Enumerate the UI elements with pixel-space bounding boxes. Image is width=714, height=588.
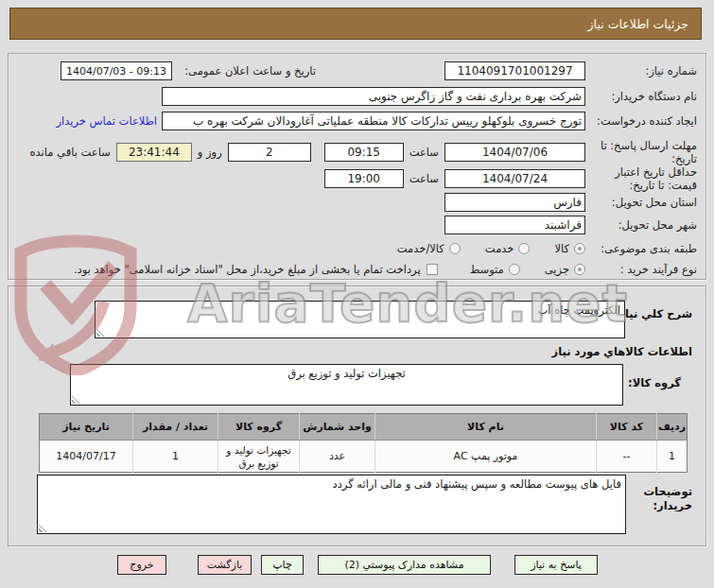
back-button[interactable]: بازگشت [198, 555, 252, 575]
col-item-name: نام کالا [375, 414, 597, 441]
request-creator-label: ایجاد کننده درخواست: [585, 114, 697, 128]
general-description-textarea[interactable]: الکتروپمپ چاه آب [95, 301, 625, 338]
cell-row-number: 1 [657, 441, 688, 473]
radio-goods-service-label: کالا/خدمت [397, 242, 444, 255]
col-row-number: ردیف [657, 414, 688, 441]
treasury-note-label: پرداخت تمام یا بخشی از مبلغ خرید،از محل … [74, 263, 421, 276]
row-price-validity: حداقل تاریخ اعتبار قیمت: تا تاریخ: 1404/… [16, 164, 697, 194]
table-row: 1 -- موتور پمپ AC عدد تجهیزات تولید و تو… [40, 441, 688, 473]
buyer-notes-label: توضیحات خریدار: [624, 485, 692, 513]
resize-handle-icon[interactable] [72, 395, 80, 404]
radio-goods-service[interactable] [449, 243, 461, 254]
delivery-province-field[interactable]: فارس [444, 193, 585, 212]
announcement-field[interactable]: 1404/07/03 - 09:13 [61, 61, 172, 80]
remaining-suffix-label: ساعت باقي مانده [25, 146, 116, 159]
print-button[interactable]: چاپ [261, 555, 304, 575]
col-unit: واحد شمارش [300, 414, 375, 441]
need-details-groupbox: شرح کلي نیاز: الکتروپمپ چاه آب اطلاعات ک… [8, 285, 706, 546]
response-deadline-label: مهلت ارسال پاسخ: تا تاریخ: [585, 139, 697, 165]
row-purchase-process: نوع فرآیند خرید : جزیی متوسط پرداخت تمام… [16, 260, 697, 279]
resize-handle-icon[interactable] [96, 328, 105, 337]
col-quantity: تعداد / مقدار [133, 414, 218, 441]
items-table: ردیف کد کالا نام کالا واحد شمارش گروه کا… [39, 413, 688, 473]
row-delivery-province: استان محل تحویل: فارس [16, 192, 697, 213]
general-description-text: الکتروپمپ چاه آب [99, 303, 620, 317]
exit-button[interactable]: خروج [117, 555, 166, 575]
radio-medium[interactable] [509, 264, 520, 275]
cell-item-code: -- [597, 441, 657, 473]
response-deadline-date-field[interactable]: 1404/07/06 [444, 143, 585, 162]
announcement-label: تاریخ و ساعت اعلان عمومی: [172, 64, 316, 78]
response-deadline-hour-label: ساعت [404, 146, 444, 159]
resize-handle-icon[interactable] [39, 524, 47, 532]
goods-group-textarea[interactable]: تجهیزات تولید و توزیع برق [70, 364, 623, 406]
buyer-contact-link[interactable]: اطلاعات تماس خریدار [56, 114, 157, 128]
buyer-notes-textarea[interactable]: فایل های پیوست مطالعه و سپس پیشنهاد فنی … [37, 475, 626, 534]
subject-classification-label: طبقه بندی موضوعی: [585, 242, 697, 255]
col-item-code: کد کالا [597, 414, 657, 441]
price-validity-hour-label: ساعت [404, 172, 444, 185]
tender-details-page: { "title": "جزئیات اطلاعات نیاز", "water… [0, 0, 714, 588]
price-validity-label: حداقل تاریخ اعتبار قیمت: تا تاریخ: [585, 165, 697, 192]
radio-minor-label: جزیی [545, 263, 569, 276]
countdown-timer: 23:41:44 [116, 143, 192, 162]
buyer-notes-text: فایل های پیوست مطالعه و سپس پیشنهاد فنی … [42, 477, 621, 491]
cell-quantity: 1 [133, 441, 218, 473]
radio-minor[interactable] [574, 264, 585, 275]
radio-medium-label: متوسط [470, 263, 504, 276]
cell-goods-group: تجهیزات تولید و توزیع برق [218, 441, 300, 473]
col-goods-group: گروه کالا [218, 414, 300, 441]
general-description-label: شرح کلي نیاز: [615, 307, 692, 320]
view-attachments-button[interactable]: مشاهده مدارک پیوستي (2) [318, 555, 491, 575]
row-need-number: شماره نیاز: 1104091701001297 تاریخ و ساع… [16, 61, 697, 81]
response-deadline-time-field[interactable]: 09:15 [324, 143, 404, 162]
row-delivery-city: شهر محل تحویل: فراشبند [16, 215, 697, 235]
delivery-province-label: استان محل تحویل: [585, 196, 697, 209]
radio-service[interactable] [518, 243, 530, 254]
goods-group-label: گروه کالا: [628, 376, 681, 389]
cell-need-date: 1404/07/17 [40, 441, 133, 473]
remaining-days-field: 2 [228, 143, 311, 162]
page-title: جزئیات اطلاعات نیاز [9, 8, 702, 40]
request-creator-field[interactable]: تورج خسروی بلوکهلو رییس تدارکات کالا منط… [162, 112, 585, 130]
need-number-label: شماره نیاز: [585, 64, 697, 78]
goods-group-text: تجهیزات تولید و توزیع برق [75, 367, 618, 380]
radio-service-label: خدمت [485, 242, 514, 255]
buyer-org-field[interactable]: شرکت بهره برداری نفت و گاز زاگرس جنوبی [162, 87, 585, 106]
cell-item-name: موتور پمپ AC [375, 441, 597, 473]
footer-button-bar: پاسخ به نیاز مشاهده مدارک پیوستي (2) چاپ… [0, 555, 714, 575]
col-need-date: تاریخ نیاز [40, 414, 133, 441]
cell-unit: عدد [300, 441, 375, 473]
radio-goods-label: کالا [554, 242, 569, 255]
radio-goods[interactable] [574, 243, 585, 254]
purchase-process-label: نوع فرآیند خرید : [585, 263, 697, 276]
price-validity-date-field[interactable]: 1404/07/24 [444, 169, 585, 188]
row-request-creator: ایجاد کننده درخواست: تورج خسروی بلوکهلو … [16, 111, 697, 131]
need-number-field[interactable]: 1104091701001297 [444, 61, 585, 80]
reply-to-need-button[interactable]: پاسخ به نیاز [514, 555, 598, 575]
main-info-groupbox: شماره نیاز: 1104091701001297 تاریخ و ساع… [8, 53, 706, 280]
price-validity-time-field[interactable]: 19:00 [324, 169, 404, 188]
treasury-checkbox[interactable] [427, 264, 438, 275]
days-suffix-label: روز و [192, 146, 228, 159]
delivery-city-field[interactable]: فراشبند [444, 216, 585, 234]
delivery-city-label: شهر محل تحویل: [585, 218, 697, 232]
buyer-org-label: نام دستگاه خریدار: [585, 90, 697, 103]
row-subject-classification: طبقه بندی موضوعی: کالا خدمت کالا/خدمت [16, 239, 697, 258]
row-buyer-org: نام دستگاه خریدار: شرکت بهره برداری نفت … [16, 86, 697, 107]
items-section-heading: اطلاعات کالاهاي مورد نیاز [552, 345, 692, 358]
items-table-header-row: ردیف کد کالا نام کالا واحد شمارش گروه کا… [40, 414, 688, 441]
